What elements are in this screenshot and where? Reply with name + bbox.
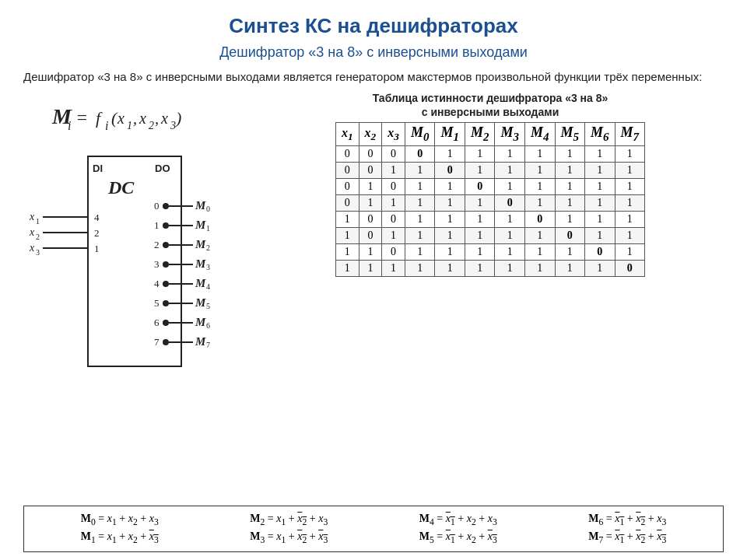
main-formula: M i = f i ( x 1 , x 2 , x 3 ): [43, 91, 230, 142]
table-cell: 1: [465, 194, 495, 211]
table-cell: 1: [585, 178, 615, 194]
table-cell: 0: [465, 178, 495, 194]
svg-point-37: [163, 222, 169, 229]
svg-text:3: 3: [170, 120, 176, 131]
formula-m3: M3 = x1 + x2 + x3: [205, 529, 374, 547]
table-cell: 0: [615, 260, 645, 276]
table-cell: 1: [585, 211, 615, 227]
table-cell: 0: [382, 243, 405, 260]
svg-text:,: ,: [155, 110, 159, 127]
table-cell: 0: [382, 211, 405, 227]
col-header-x2: x2: [359, 123, 382, 146]
table-row: 10011110111: [335, 211, 644, 227]
formula-m7: M7 = x1 + x2 + x3: [543, 529, 713, 547]
table-cell: 0: [359, 227, 382, 243]
svg-text:x: x: [29, 211, 35, 222]
table-cell: 1: [382, 260, 405, 276]
formula-svg: M i = f i ( x 1 , x 2 , x 3 ): [51, 96, 222, 133]
table-cell: 1: [555, 243, 585, 260]
table-cell: 1: [405, 260, 435, 276]
svg-text:x: x: [139, 110, 146, 127]
sub-title: Дешифратор «3 на 8» с инверсными выходам…: [23, 44, 724, 61]
table-cell: 0: [382, 178, 405, 194]
table-cell: 1: [495, 162, 525, 178]
bottom-formulas: M0 = x1 + x2 + x3 M2 = x1 + x2 + x3 M4 =…: [23, 506, 724, 552]
table-cell: 1: [615, 243, 645, 260]
table-cell: 1: [465, 227, 495, 243]
svg-text:M: M: [195, 316, 206, 328]
svg-text:2: 2: [94, 227, 100, 239]
table-cell: 0: [335, 145, 359, 162]
table-cell: 1: [495, 145, 525, 162]
table-cell: 1: [555, 211, 585, 227]
table-cell: 1: [555, 194, 585, 211]
table-cell: 1: [405, 211, 435, 227]
svg-point-57: [163, 300, 169, 306]
decoder-diagram-svg: DI DO DC x 1 4 x 2 2 x 3: [26, 149, 247, 382]
page: Синтез КС на дешифраторах Дешифратор «3 …: [0, 0, 747, 560]
svg-text:6: 6: [154, 317, 160, 328]
formula-m4: M4 = x1 + x2 + x3: [374, 511, 543, 529]
table-cell: 1: [435, 243, 465, 260]
formula-m1: M1 = x1 + x2 + x3: [35, 529, 205, 547]
table-cell: 1: [585, 227, 615, 243]
table-cell: 0: [495, 194, 525, 211]
svg-text:4: 4: [206, 282, 210, 291]
svg-text:DI: DI: [93, 163, 103, 174]
svg-text:): ): [174, 108, 181, 128]
table-cell: 1: [525, 194, 556, 211]
table-cell: 1: [405, 227, 435, 243]
table-row: 11011111101: [335, 243, 644, 260]
table-cell: 1: [495, 260, 525, 276]
table-cell: 1: [585, 162, 615, 178]
svg-text:0: 0: [206, 205, 210, 213]
table-cell: 1: [465, 162, 495, 178]
table-cell: 1: [335, 227, 359, 243]
svg-text:=: =: [75, 107, 88, 128]
table-cell: 0: [435, 162, 465, 178]
table-cell: 1: [405, 178, 435, 194]
truth-table: x1 x2 x3 M0 M1 M2 M3 M4 M5 M6 M7 0000111…: [335, 122, 645, 277]
table-cell: 0: [382, 145, 405, 162]
col-header-m0: M0: [405, 123, 435, 146]
table-cell: 1: [615, 162, 645, 178]
formulas-table: M0 = x1 + x2 + x3 M2 = x1 + x2 + x3 M4 =…: [35, 511, 712, 547]
table-row: 11111111110: [335, 260, 644, 276]
table-cell: 1: [525, 243, 556, 260]
col-header-m5: M5: [555, 123, 585, 146]
svg-text:5: 5: [206, 302, 210, 310]
svg-text:DO: DO: [155, 163, 170, 174]
svg-text:x: x: [29, 226, 35, 238]
col-header-m3: M3: [495, 123, 525, 146]
svg-text:i: i: [68, 119, 71, 132]
table-cell: 1: [555, 162, 585, 178]
table-row: 00001111111: [335, 145, 644, 162]
table-cell: 1: [382, 194, 405, 211]
table-cell: 0: [359, 211, 382, 227]
table-row: 00110111111: [335, 162, 644, 178]
table-cell: 1: [359, 194, 382, 211]
col-header-m2: M2: [465, 123, 495, 146]
table-cell: 1: [465, 145, 495, 162]
table-row: 10111111011: [335, 227, 644, 243]
table-cell: 1: [615, 211, 645, 227]
svg-text:M: M: [195, 238, 206, 250]
svg-text:3: 3: [206, 263, 210, 271]
table-cell: 1: [335, 211, 359, 227]
svg-point-67: [163, 339, 169, 345]
table-cell: 1: [435, 194, 465, 211]
formula-m6: M6 = x1 + x2 + x3: [543, 511, 713, 529]
table-cell: 1: [435, 260, 465, 276]
table-cell: 1: [435, 211, 465, 227]
table-cell: 1: [525, 178, 556, 194]
table-cell: 1: [405, 243, 435, 260]
table-cell: 1: [615, 194, 645, 211]
main-title: Синтез КС на дешифраторах: [23, 14, 724, 38]
table-cell: 0: [335, 162, 359, 178]
table-cell: 0: [585, 243, 615, 260]
svg-text:M: M: [195, 257, 206, 270]
table-cell: 1: [615, 227, 645, 243]
col-header-m4: M4: [525, 123, 556, 146]
svg-text:7: 7: [154, 336, 160, 348]
col-header-m6: M6: [585, 123, 615, 146]
